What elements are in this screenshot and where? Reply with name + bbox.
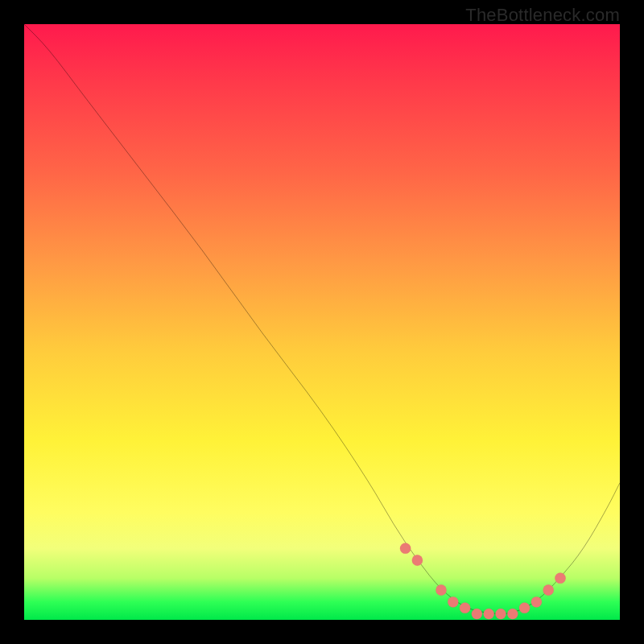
marker-point — [519, 603, 530, 613]
marker-point — [460, 603, 470, 613]
marker-point — [484, 609, 494, 619]
marker-point — [436, 584, 446, 595]
marker-point — [495, 609, 506, 619]
marker-point — [472, 609, 482, 619]
marker-point — [507, 609, 518, 619]
marker-point — [448, 597, 458, 607]
curve-markers — [400, 543, 566, 620]
marker-point — [531, 597, 542, 607]
watermark-text: TheBottleneck.com — [465, 5, 620, 26]
plot-area — [24, 24, 620, 620]
curve-line — [24, 24, 620, 614]
chart-svg — [24, 24, 620, 620]
marker-point — [400, 543, 411, 554]
marker-point — [412, 555, 423, 565]
chart-stage: TheBottleneck.com — [0, 0, 644, 644]
marker-point — [555, 573, 565, 584]
marker-point — [543, 584, 554, 595]
